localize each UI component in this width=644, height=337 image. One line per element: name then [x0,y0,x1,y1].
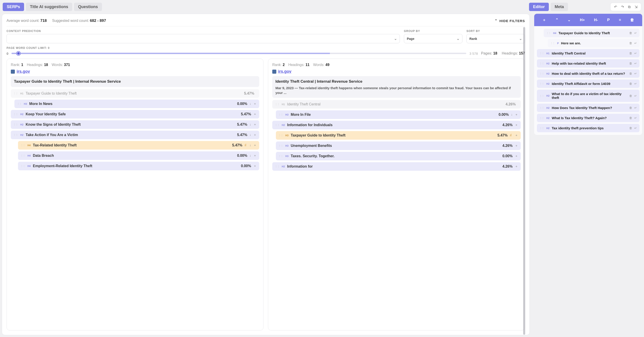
copy-icon[interactable]: ⧉ [628,5,630,9]
domain-link[interactable]: irs.gov [17,69,30,74]
heading-row[interactable]: ⋮⋮H3Taxpayer Guide to Identity Theft5.47… [276,131,521,140]
tab-title-ai[interactable]: Title AI suggestions [26,3,72,11]
move-up-button[interactable]: ⌃ [554,17,560,23]
trash-icon[interactable]: 🗑 [629,82,632,85]
outline-row[interactable]: ⋮⋮H2Identity Theft Affidavit or form 140… [537,80,640,88]
drag-handle-icon[interactable]: ⋮⋮ [278,155,283,157]
plus-icon[interactable]: ＋ [253,123,256,127]
heading-row[interactable]: ⋮⋮H1Identity Theft Central4.26% [272,100,521,109]
drag-handle-icon[interactable]: ⋮⋮ [21,165,25,167]
slider-thumb[interactable] [17,52,20,55]
heading-row[interactable]: ⋮⋮H2Information for4.26%＋ [272,162,521,171]
move-down-button[interactable]: ⌄ [566,17,572,23]
drag-handle-icon[interactable]: ⋮⋮ [14,134,18,136]
sortby-select[interactable]: Rank [466,34,525,43]
plus-icon[interactable]: ＋ [253,164,256,168]
heading-row[interactable]: ⋮⋮H1Taxpayer Guide to Identity Theft5.47… [11,89,259,98]
drag-handle-icon[interactable]: ⋮⋮ [14,92,18,95]
heading-row[interactable]: ⋮⋮H3More In News0.00%↓＋ [14,100,259,108]
delete-button[interactable]: 🗑 [628,17,636,23]
drag-handle-icon[interactable]: ⋮⋮ [546,32,551,34]
return-icon[interactable]: ↵ [634,82,637,85]
drag-handle-icon[interactable]: ⋮⋮ [540,95,544,97]
outline-row[interactable]: ⋮⋮H2What to do if you are a victim of ta… [537,90,640,102]
drag-handle-icon[interactable]: ⋮⋮ [14,113,18,115]
trash-icon[interactable]: 🗑 [629,116,632,120]
arrow-down-icon[interactable]: ↓ [511,113,512,117]
drag-handle-icon[interactable]: ⋮⋮ [550,42,555,44]
heading-decrease-button[interactable]: H- [592,17,600,23]
drag-handle-icon[interactable]: ⋮⋮ [21,154,25,157]
outline-row[interactable]: ⋮⋮H2Help with tax-related identity theft… [537,59,640,68]
plus-icon[interactable]: ＋ [515,123,518,127]
drag-handle-icon[interactable]: ⋮⋮ [540,62,544,65]
heading-row[interactable]: ⋮⋮H3More In File0.00%↓＋ [276,110,521,119]
heading-increase-button[interactable]: H+ [578,17,586,23]
return-icon[interactable]: ↵ [634,42,637,45]
trash-icon[interactable]: 🗑 [629,72,632,75]
heading-row[interactable]: ⋮⋮H4Employment-Related Identity Theft0.0… [18,162,259,170]
outline-row[interactable]: ⋮⋮H2How to deal with identity theft of a… [537,69,640,78]
heading-row[interactable]: ⋮⋮H4Data Breach0.00%↓＋ [18,151,259,160]
export-icon[interactable]: ⇲ [634,5,638,9]
return-icon[interactable]: ↵ [634,94,637,98]
heading-row[interactable]: ⋮⋮H2Information for Individuals4.26%＋ [272,121,521,129]
outline-row[interactable]: ⋮⋮H2What Is Tax Identity Theft? Again?🗑↵ [537,114,640,122]
undo-icon[interactable]: ↶ [614,5,617,9]
trash-icon[interactable]: 🗑 [629,52,632,55]
domain-link[interactable]: irs.gov [278,69,292,74]
drag-handle-icon[interactable]: ⋮⋮ [540,127,544,129]
plus-icon[interactable]: ＋ [253,154,256,158]
add-button[interactable]: ＋ [540,17,548,24]
drag-handle-icon[interactable]: ⋮⋮ [275,165,280,168]
heading-row[interactable]: ⋮⋮H2Know the Signs of Identity Theft5.47… [11,120,259,129]
context-prediction-select[interactable] [6,34,400,43]
drag-handle-icon[interactable]: ⋮⋮ [278,134,283,137]
drag-handle-icon[interactable]: ⋮⋮ [540,83,544,85]
trash-icon[interactable]: 🗑 [629,94,632,98]
tab-serps[interactable]: SERPs [3,3,24,11]
arrow-down-icon[interactable]: ↓ [250,133,251,137]
plus-icon[interactable]: ＋ [515,154,518,158]
drag-handle-icon[interactable]: ⋮⋮ [275,124,280,126]
plus-icon[interactable]: ＋ [515,133,518,137]
return-icon[interactable]: ↵ [634,62,637,65]
drag-handle-icon[interactable]: ⋮⋮ [540,72,544,75]
arrow-down-icon[interactable]: ↓ [250,123,251,127]
plus-icon[interactable]: ＋ [253,133,256,137]
groupby-select[interactable]: Page [404,34,462,43]
trash-icon[interactable]: 🗑 [629,62,632,65]
list-button[interactable]: ≡ [617,17,623,23]
return-icon[interactable]: ↵ [634,116,637,120]
drag-handle-icon[interactable]: ⋮⋮ [540,117,544,119]
outline-row[interactable]: ⋮⋮PHere we are.🗑↵ [548,39,640,47]
drag-handle-icon[interactable]: ⋮⋮ [540,52,544,55]
outline-row[interactable]: ⋮⋮H1Identity Theft Central🗑↵ [537,49,640,58]
return-icon[interactable]: ↵ [634,72,637,75]
heading-row[interactable]: ⋮⋮H3Unemployment Benefits4.26%＋ [276,141,521,150]
return-icon[interactable]: ↵ [634,31,637,35]
drag-handle-icon[interactable]: ⋮⋮ [278,113,283,116]
redo-icon[interactable]: ↷ [621,5,624,9]
arrow-down-icon[interactable]: ↓ [250,102,251,106]
plus-icon[interactable]: ＋ [253,102,256,106]
outline-row[interactable]: ⋮⋮H4Taxpayer Guide to Identity Theft🗑↵ [544,29,640,37]
heading-row[interactable]: ⋮⋮H3Taxes. Security. Together.0.00%＋ [276,152,521,160]
drag-handle-icon[interactable]: ⋮⋮ [21,144,25,146]
trash-icon[interactable]: 🗑 [629,42,632,45]
return-icon[interactable]: ↵ [634,106,637,110]
return-icon[interactable]: ↵ [634,52,637,55]
tab-questions[interactable]: Questions [74,3,102,11]
plus-icon[interactable]: ＋ [253,143,256,147]
drag-handle-icon[interactable]: ⋮⋮ [14,123,18,126]
plus-icon[interactable]: ＋ [253,112,256,116]
outline-row[interactable]: ⋮⋮H2Tax identity theft prevention tips🗑↵ [537,124,640,132]
arrow-down-icon[interactable]: ↓ [250,154,251,158]
trash-icon[interactable]: 🗑 [629,106,632,110]
plus-icon[interactable]: ＋ [515,113,518,117]
return-icon[interactable]: ↵ [634,126,637,130]
outline-row[interactable]: ⋮⋮H2How Does Tax Identity Theft Happen?🗑… [537,104,640,112]
heading-row[interactable]: ⋮⋮H2Keep Your Identity Safe5.47%＋ [11,110,259,119]
plus-icon[interactable]: ＋ [515,164,518,169]
drag-handle-icon[interactable]: ⋮⋮ [275,103,280,105]
